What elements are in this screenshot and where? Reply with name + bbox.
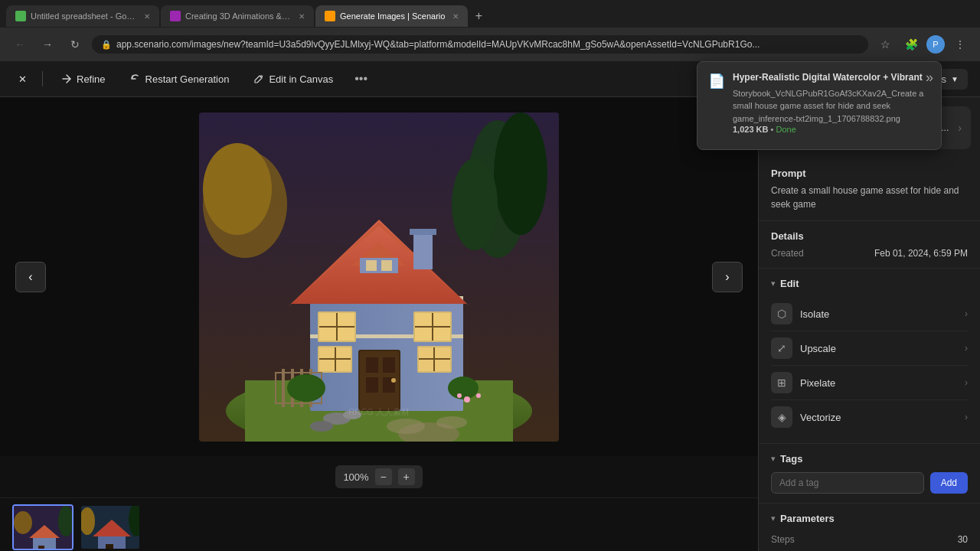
tab-spreadsheet[interactable]: Untitled spreadsheet - Goo... ✕: [6, 5, 159, 27]
restart-icon: [130, 73, 141, 84]
svg-point-4: [494, 112, 547, 235]
edit-section: ▾ Edit ⬡ Isolate › ⤢ Upscale › ⊞: [759, 269, 980, 444]
profile-avatar[interactable]: P: [926, 35, 945, 54]
house-illustration: RRCG 人人素材: [199, 112, 559, 442]
zoom-in-button[interactable]: +: [398, 468, 415, 485]
created-label: Created: [771, 248, 804, 259]
edit-item-vectorize[interactable]: ◈ Vectorize ›: [771, 400, 968, 434]
tab-close-spreadsheet[interactable]: ✕: [144, 12, 150, 21]
vectorize-label: Vectorize: [800, 412, 957, 423]
created-value: Feb 01, 2024, 6:59 PM: [874, 248, 968, 259]
prev-image-button[interactable]: ‹: [15, 262, 46, 292]
menu-button[interactable]: ⋮: [949, 34, 971, 55]
tag-input-row: Add: [771, 472, 968, 494]
steps-value: 30: [958, 534, 968, 545]
edit-in-canvas-button[interactable]: Edit in Canvas: [244, 69, 342, 90]
notification-content: Hyper-Realistic Digital Watercolor + Vib…: [733, 71, 930, 134]
svg-point-53: [287, 374, 325, 402]
tab-scenario[interactable]: Generate Images | Scenario ✕: [315, 5, 468, 27]
svg-rect-22: [360, 258, 398, 273]
back-button[interactable]: ←: [9, 34, 31, 55]
edit-header[interactable]: ▾ Edit: [771, 278, 968, 289]
tags-section: ▾ Tags Add: [759, 444, 980, 504]
browser-actions: ☆ 🧩 P ⋮: [874, 34, 971, 55]
refine-button[interactable]: Refine: [52, 69, 115, 90]
canvas-area: ‹: [0, 97, 758, 551]
edit-items-list: ⬡ Isolate › ⤢ Upscale › ⊞ Pixelate ›: [771, 297, 968, 434]
svg-point-5: [452, 158, 498, 250]
zoom-out-button[interactable]: −: [375, 468, 392, 485]
reload-button[interactable]: ↻: [64, 34, 86, 55]
extension-button[interactable]: 🧩: [900, 34, 922, 55]
tab-close-animations[interactable]: ✕: [299, 12, 305, 21]
upscale-chevron-icon: ›: [965, 343, 968, 354]
pixelate-label: Pixelate: [800, 377, 957, 389]
notification-title: Hyper-Realistic Digital Watercolor + Vib…: [733, 71, 930, 84]
edit-canvas-icon: [253, 73, 264, 84]
notification-subtitle: Storybook_VcNLGPubR1GoAf3cKXav2A_Create …: [733, 87, 930, 126]
canvas-bottom: 100% − +: [0, 456, 758, 497]
address-bar[interactable]: 🔒 app.scenario.com/images/new?teamId=U3a…: [92, 35, 868, 54]
next-image-button[interactable]: ›: [712, 262, 743, 292]
url-text: app.scenario.com/images/new?teamId=U3a5d…: [116, 39, 859, 50]
thumbnail-1[interactable]: [12, 504, 74, 550]
svg-point-63: [14, 511, 32, 534]
browser-chrome: Untitled spreadsheet - Goo... ✕ Creating…: [0, 0, 980, 61]
chevron-down-icon: ▼: [951, 75, 959, 83]
svg-text:RRCG 人人素材: RRCG 人人素材: [348, 407, 409, 416]
tab-animations[interactable]: Creating 3D Animations & Ga... ✕: [161, 5, 314, 27]
svg-rect-19: [413, 231, 433, 269]
model-chevron-icon: ›: [958, 122, 962, 134]
thumbnail-2[interactable]: [80, 504, 141, 550]
params-header[interactable]: ▾ Parameters: [771, 513, 968, 524]
canvas-content: ‹: [0, 97, 758, 456]
svg-point-56: [476, 393, 481, 398]
more-button[interactable]: •••: [348, 67, 374, 90]
notification-size: 1,023 KB: [733, 125, 768, 134]
edit-item-pixelate[interactable]: ⊞ Pixelate ›: [771, 366, 968, 400]
tab-close-scenario[interactable]: ✕: [452, 12, 459, 21]
svg-rect-20: [410, 229, 436, 235]
bookmark-button[interactable]: ☆: [874, 34, 896, 55]
thumbnail-2-image: [81, 506, 141, 550]
edit-item-isolate[interactable]: ⬡ Isolate ›: [771, 297, 968, 331]
svg-rect-24: [381, 260, 392, 271]
edit-item-upscale[interactable]: ⤢ Upscale ›: [771, 331, 968, 366]
tab-favicon-spreadsheet: [15, 11, 26, 21]
svg-point-9: [387, 419, 425, 434]
svg-point-2: [203, 143, 272, 235]
close-button[interactable]: ✕: [12, 69, 33, 90]
svg-point-13: [310, 421, 333, 432]
details-section: Details Created Feb 01, 2024, 6:59 PM: [759, 221, 980, 269]
parameters-section: ▾ Parameters Steps 30: [759, 504, 980, 551]
refine-icon: [61, 73, 72, 84]
svg-point-31: [391, 378, 396, 383]
svg-rect-68: [106, 544, 113, 550]
svg-point-54: [448, 377, 479, 399]
isolate-icon: ⬡: [771, 303, 792, 324]
edit-collapse-icon: ▾: [771, 279, 776, 289]
forward-button[interactable]: →: [37, 34, 58, 55]
created-row: Created Feb 01, 2024, 6:59 PM: [771, 248, 968, 259]
tab-label-animations: Creating 3D Animations & Ga...: [185, 11, 291, 21]
notification-expand-button[interactable]: »: [926, 70, 933, 86]
restart-generation-button[interactable]: Restart Generation: [121, 69, 239, 90]
edit-title: Edit: [780, 278, 799, 289]
vectorize-chevron-icon: ›: [965, 412, 968, 422]
toolbar-separator-1: [42, 71, 43, 86]
file-icon: 📄: [708, 73, 725, 90]
tag-input[interactable]: [771, 472, 924, 494]
tab-favicon-animations: [170, 11, 181, 21]
new-tab-button[interactable]: +: [469, 7, 488, 25]
svg-point-64: [58, 506, 74, 536]
app-container: ‹: [0, 97, 980, 551]
svg-rect-62: [38, 546, 44, 550]
svg-rect-49: [282, 369, 285, 407]
zoom-control: 100% − +: [335, 465, 422, 488]
right-sidebar: Hyper-Realistic Digital Watercol... › Pr…: [758, 97, 980, 551]
add-tag-button[interactable]: Add: [930, 472, 968, 494]
zoom-percentage: 100%: [343, 471, 368, 483]
thumbnail-1-image: [14, 506, 74, 550]
svg-rect-28: [383, 357, 395, 373]
address-bar-row: ← → ↻ 🔒 app.scenario.com/images/new?team…: [0, 28, 980, 61]
